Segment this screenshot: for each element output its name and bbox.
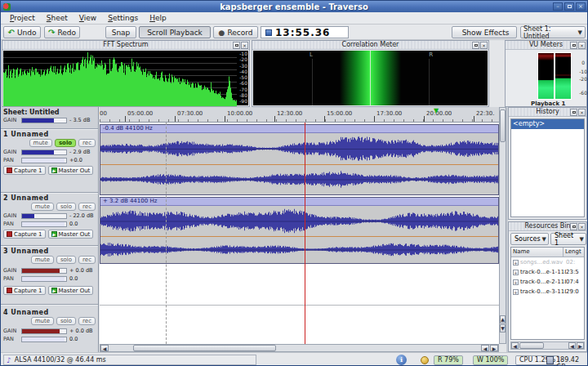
timeline-ruler[interactable]: 0005:00.0007:30.0010:00.0012:30.0015:00.… (100, 107, 499, 123)
rec-button[interactable]: rec (78, 139, 96, 147)
menu-item-view[interactable]: View (74, 14, 102, 22)
solo-button[interactable]: solo (56, 317, 76, 325)
fft-panel-titlebar[interactable]: FFT Spectrum × (2, 41, 249, 50)
resources-table-header[interactable]: Name Lengt (511, 248, 584, 257)
scroll-right-icon[interactable]: ▶ (490, 345, 498, 351)
minimize-icon[interactable]: – (553, 2, 563, 11)
history-panel-titlebar[interactable]: History × (509, 108, 586, 117)
vertical-scrollbar[interactable]: ▲ ▼ (499, 107, 506, 344)
scroll-up-icon[interactable]: ▲ (500, 315, 506, 324)
scrollbar-thumb[interactable] (500, 109, 506, 142)
track-name[interactable]: 4 Unnamed (3, 309, 96, 316)
float-panel-icon[interactable] (570, 109, 577, 116)
track-name[interactable]: 3 Unnamed (3, 248, 96, 255)
resource-row[interactable]: +track-0...e-2-11807:4 (511, 277, 584, 287)
gain-slider[interactable] (21, 213, 67, 219)
scrollbar-thumb[interactable] (133, 345, 276, 351)
resources-hscrollbar[interactable]: ◀ ◀ ▶ (510, 341, 585, 350)
gain-slider[interactable] (21, 328, 67, 334)
column-length[interactable]: Lengt (564, 248, 583, 257)
rec-button[interactable]: rec (78, 256, 96, 264)
expand-icon[interactable]: + (513, 260, 519, 266)
sheet-dropdown[interactable]: Sheet 1▼ (550, 233, 586, 245)
scroll-left-icon[interactable]: ◀ (511, 342, 519, 349)
gain-slider[interactable] (21, 150, 67, 155)
playhead-marker-icon[interactable]: ▼ (434, 107, 439, 114)
scroll-right-icon[interactable]: ▶ (577, 342, 584, 349)
sheet-selector-dropdown[interactable]: Sheet 1: Untitled ▼ (520, 26, 586, 38)
float-panel-icon[interactable] (233, 42, 240, 49)
time-display[interactable]: 13:55.36 (261, 26, 349, 38)
scroll-left-icon[interactable]: ◀ (568, 342, 576, 349)
record-button[interactable]: ●Record (213, 26, 258, 38)
scroll-playback-button[interactable]: Scroll Playback (139, 26, 211, 38)
menu-item-sheet[interactable]: Sheet (41, 14, 74, 22)
master-out-button[interactable]: ▶Master Out (48, 166, 94, 175)
pan-slider[interactable] (21, 158, 67, 163)
hint-icon[interactable] (421, 356, 429, 364)
gain-slider[interactable] (21, 268, 67, 274)
close-icon[interactable]: × (576, 2, 586, 11)
pan-slider[interactable] (21, 337, 67, 342)
info-icon[interactable]: i (396, 355, 407, 365)
audio-clip-1[interactable]: -0.4 dB 44100 Hz (100, 124, 499, 195)
close-panel-icon[interactable]: × (578, 109, 586, 116)
resource-row[interactable]: +track-0...e-3-11829:0 (511, 287, 584, 297)
audio-clip-2[interactable]: + 3.2 dB 44100 Hz (100, 197, 499, 264)
scroll-left-icon[interactable]: ◀ (100, 345, 109, 351)
clip-info[interactable]: + 3.2 dB 44100 Hz (100, 198, 498, 206)
pan-slider[interactable] (21, 221, 67, 227)
float-panel-icon[interactable] (472, 42, 479, 49)
close-panel-icon[interactable]: × (578, 42, 586, 49)
waveform-channel[interactable] (100, 206, 498, 236)
sources-dropdown[interactable]: Sources▼ (510, 233, 549, 245)
mute-button[interactable]: mute (31, 317, 54, 325)
sheet-gain-slider[interactable] (21, 118, 67, 123)
solo-button[interactable]: solo (56, 256, 76, 264)
expand-icon[interactable]: + (513, 279, 519, 285)
rec-button[interactable]: rec (78, 203, 96, 211)
snap-button[interactable]: Snap (105, 26, 136, 38)
history-item[interactable]: <empty> (511, 119, 584, 129)
capture-button[interactable]: Capture 1 (3, 230, 46, 239)
mute-button[interactable]: mute (31, 256, 54, 264)
track-name[interactable]: 2 Unnamed (3, 194, 96, 202)
expand-icon[interactable]: + (513, 270, 519, 275)
expand-icon[interactable]: + (513, 289, 519, 295)
maximize-icon[interactable] (564, 2, 574, 11)
track-name[interactable]: 1 Unnamed (3, 131, 96, 138)
correlation-panel-titlebar[interactable]: Correlation Meter × (252, 41, 488, 50)
title-bar[interactable]: kapsberger ensemble - Traverso – × (1, 1, 587, 12)
resources-panel-titlebar[interactable]: Resources Bin × (509, 222, 586, 231)
resource-row[interactable]: +track-0...e-1-11823:5 (511, 267, 584, 277)
resource-row[interactable]: +songs...ed.wav02: (511, 257, 584, 267)
mute-button[interactable]: mute (31, 203, 54, 211)
capture-button[interactable]: Capture 1 (3, 166, 46, 175)
close-panel-icon[interactable]: × (480, 42, 488, 49)
float-panel-icon[interactable] (570, 42, 577, 49)
scroll-left-icon[interactable]: ◀ (481, 345, 489, 351)
menu-item-help[interactable]: Help (144, 14, 172, 22)
vu-panel-titlebar[interactable]: VU Meters × (506, 41, 586, 50)
menu-item-settings[interactable]: Settings (102, 14, 144, 22)
waveform-channel[interactable] (100, 133, 498, 164)
waveform-channel[interactable] (100, 237, 498, 262)
horizontal-scrollbar[interactable]: ◀ ◀ ▶ (100, 344, 499, 352)
column-name[interactable]: Name (511, 248, 564, 257)
mute-button[interactable]: mute (29, 139, 52, 147)
master-out-button[interactable]: ▶Master Out (48, 286, 94, 295)
solo-button[interactable]: solo (55, 139, 76, 147)
menu-item-project[interactable]: Project (4, 14, 41, 22)
master-out-button[interactable]: ▶Master Out (48, 230, 94, 239)
rec-button[interactable]: rec (78, 317, 96, 325)
scrollbar-thumb[interactable] (519, 342, 544, 349)
capture-button[interactable]: Capture 1 (3, 286, 46, 295)
redo-button[interactable]: ↷Redo (44, 26, 80, 38)
float-panel-icon[interactable] (570, 223, 577, 230)
pan-slider[interactable] (21, 276, 67, 282)
playhead-line[interactable] (305, 123, 305, 344)
scroll-down-icon[interactable]: ▼ (500, 324, 506, 333)
clip-info[interactable]: -0.4 dB 44100 Hz (100, 125, 498, 133)
close-panel-icon[interactable]: × (241, 42, 248, 49)
show-effects-button[interactable]: ​Show Effects (452, 26, 517, 38)
